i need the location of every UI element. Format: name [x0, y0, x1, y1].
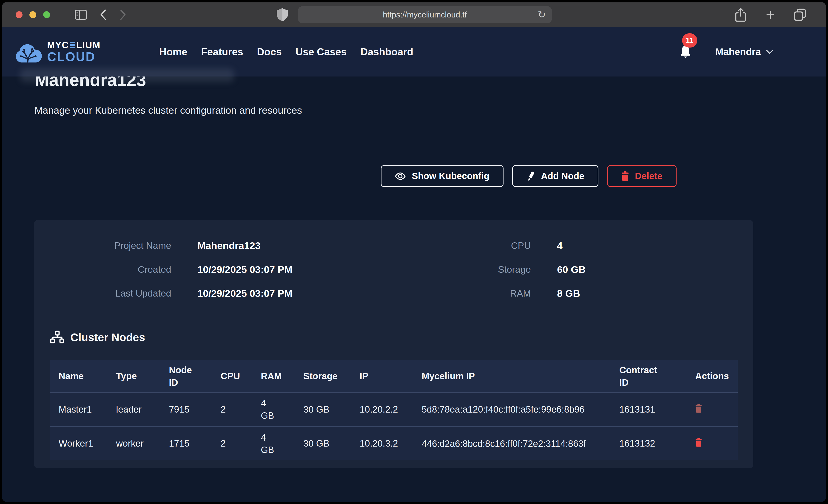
delete-node-button[interactable] [695, 404, 702, 413]
share-icon[interactable] [735, 7, 747, 22]
cell-ram: 4 GB [252, 392, 295, 426]
col-actions: Actions [687, 360, 738, 392]
eye-icon [395, 172, 406, 180]
cell-cpu: 2 [212, 426, 252, 460]
detail-value: 60 GB [531, 262, 737, 277]
nav-links: Home Features Docs Use Cases Dashboard [159, 46, 413, 58]
col-type: Type [108, 360, 160, 392]
detail-label: Storage [431, 262, 531, 277]
zoom-window-button[interactable] [43, 11, 50, 18]
delete-node-button[interactable] [695, 438, 702, 447]
cell-name: Worker1 [50, 426, 108, 460]
browser-window: https://myceliumcloud.tf ↻ + [2, 2, 826, 502]
cluster-nodes-header: Cluster Nodes [50, 330, 737, 345]
address-bar[interactable]: https://myceliumcloud.tf ↻ [298, 6, 552, 23]
new-tab-icon[interactable]: + [766, 7, 775, 22]
cluster-details-grid: Project Name Mahendra123 CPU 4 Created 1… [50, 238, 737, 301]
table-row: Worker1 worker 1715 2 4 GB 30 GB 10.20.3… [50, 426, 738, 460]
add-node-button[interactable]: Add Node [512, 165, 598, 187]
col-ram: RAM [252, 360, 295, 392]
col-mycelium-ip: Mycelium IP [413, 360, 611, 392]
traffic-lights [16, 11, 50, 18]
detail-value: 10/29/2025 03:07 PM [171, 286, 431, 301]
cell-contract-id: 1613131 [611, 392, 687, 426]
col-storage: Storage [295, 360, 351, 392]
nav-link-docs[interactable]: Docs [257, 46, 282, 58]
cell-ram: 4 GB [252, 426, 295, 460]
user-name: Mahendra [715, 46, 761, 57]
cell-ip: 10.20.2.2 [351, 392, 413, 426]
notification-badge: 11 [682, 33, 697, 48]
col-cpu: CPU [212, 360, 252, 392]
cell-contract-id: 1613132 [611, 426, 687, 460]
browser-titlebar: https://myceliumcloud.tf ↻ + [2, 2, 826, 27]
page-subtitle: Manage your Kubernetes cluster configura… [35, 105, 302, 116]
show-kubeconfig-label: Show Kubeconfig [412, 171, 490, 181]
cell-node-id: 1715 [160, 426, 212, 460]
cell-mycelium-ip: 5d8:78ea:a120:f40c:ff0f:a5fe:99e6:8b96 [413, 392, 611, 426]
tab-overview-icon[interactable] [793, 8, 806, 21]
table-header-row: Name Type Node ID CPU RAM Storage IP Myc… [50, 360, 738, 392]
privacy-shield-icon[interactable] [276, 8, 288, 22]
trash-icon [695, 404, 702, 413]
cell-ip: 10.20.3.2 [351, 426, 413, 460]
cluster-actions: Show Kubeconfig Add Node [381, 165, 676, 187]
show-kubeconfig-button[interactable]: Show Kubeconfig [381, 165, 503, 187]
nav-link-features[interactable]: Features [201, 46, 243, 58]
detail-value: 10/29/2025 03:07 PM [171, 262, 431, 277]
col-name: Name [50, 360, 108, 392]
detail-value: Mahendra123 [171, 238, 431, 253]
logo-myc: MYC [47, 40, 69, 50]
cell-actions [687, 392, 738, 426]
url-text: https://myceliumcloud.tf [383, 10, 467, 19]
delete-cluster-button[interactable]: Delete [607, 165, 676, 187]
cloud-tree-logo-icon [14, 40, 43, 64]
reload-icon[interactable]: ↻ [538, 10, 546, 19]
blur-artifact [20, 69, 234, 82]
trash-icon [695, 438, 702, 447]
user-menu[interactable]: Mahendra [715, 46, 773, 57]
forward-icon[interactable] [119, 9, 127, 21]
plus-glyph: + [766, 7, 775, 22]
col-node-id: Node ID [160, 360, 212, 392]
minimize-window-button[interactable] [30, 11, 36, 18]
detail-label: Project Name [50, 238, 171, 253]
pencil-icon [526, 171, 535, 181]
cell-name: Master1 [50, 392, 108, 426]
detail-value: 4 [531, 238, 737, 253]
table-row: Master1 leader 7915 2 4 GB 30 GB 10.20.2… [50, 392, 738, 426]
logo-lium: LIUM [76, 40, 101, 50]
sidebar-toggle-icon[interactable] [75, 9, 87, 20]
cell-storage: 30 GB [295, 392, 351, 426]
logo-line2: CLOUD [47, 50, 101, 63]
detail-label: Created [50, 262, 171, 277]
chevron-down-icon [766, 50, 773, 54]
cluster-details-card: Project Name Mahendra123 CPU 4 Created 1… [34, 220, 753, 468]
close-window-button[interactable] [16, 11, 23, 18]
cell-type: leader [108, 392, 160, 426]
col-contract-id: Contract ID [611, 360, 687, 392]
mycelium-cloud-logo[interactable]: MYC LIUM CLOUD [14, 40, 101, 64]
nav-link-home[interactable]: Home [159, 46, 187, 58]
cell-type: worker [108, 426, 160, 460]
cell-node-id: 7915 [160, 392, 212, 426]
add-node-label: Add Node [541, 171, 584, 181]
delete-label: Delete [635, 171, 663, 181]
cluster-nodes-title: Cluster Nodes [70, 331, 145, 344]
cell-storage: 30 GB [295, 426, 351, 460]
detail-label: RAM [431, 286, 531, 301]
nav-link-dashboard[interactable]: Dashboard [361, 46, 413, 58]
cluster-nodes-table: Name Type Node ID CPU RAM Storage IP Myc… [50, 360, 738, 460]
detail-label: CPU [431, 238, 531, 253]
back-icon[interactable] [99, 9, 107, 21]
logo-line1: MYC LIUM [47, 40, 101, 50]
detail-label: Last Updated [50, 286, 171, 301]
cell-actions [687, 426, 738, 460]
cell-mycelium-ip: 446:d2a6:8bcd:8c16:ff0f:72e2:3114:863f [413, 426, 611, 460]
detail-value: 8 GB [531, 286, 737, 301]
cluster-nodes-icon [50, 331, 64, 344]
notifications-button[interactable]: 11 [680, 45, 691, 58]
logo-e-bars [70, 42, 75, 48]
col-ip: IP [351, 360, 413, 392]
nav-link-use-cases[interactable]: Use Cases [295, 46, 347, 58]
